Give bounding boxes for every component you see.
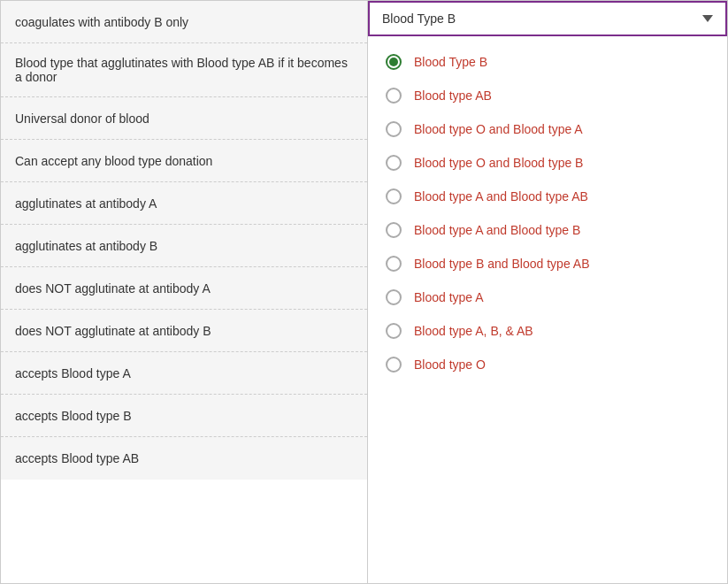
radio-icon [386,54,402,70]
right-panel: Blood Type B Blood Type BBlood type ABBl… [368,1,727,583]
item-accept-any: Can accept any blood type donation [1,140,367,182]
item-agglutinates-a: agglutinates at antibody A [1,182,367,225]
dropdown-header[interactable]: Blood Type B [368,1,727,36]
option-label: Blood type A, B, & AB [414,324,533,338]
radio-icon [386,289,402,305]
item-accepts-b: accepts Blood type B [1,395,367,437]
option-label: Blood type A and Blood type AB [414,189,588,204]
item-accepts-ab: accepts Blood type AB [1,437,367,480]
option-opt-a-b-ab[interactable]: Blood type A, B, & AB [368,314,727,348]
option-opt-b-ab[interactable]: Blood type B and Blood type AB [368,247,727,280]
option-opt-a-ab[interactable]: Blood type A and Blood type AB [368,180,727,213]
radio-icon [386,121,402,137]
option-opt-o[interactable]: Blood type O [368,348,727,381]
left-panel: coagulates with antibody B onlyBlood typ… [1,1,368,583]
option-opt-o-a[interactable]: Blood type O and Blood type A [368,112,727,146]
option-opt-o-b[interactable]: Blood type O and Blood type B [368,146,727,180]
dropdown-arrow-icon [702,15,713,22]
item-not-agglutinate-a: does NOT agglutinate at antibody A [1,267,367,310]
radio-icon [386,222,402,238]
option-opt-b[interactable]: Blood Type B [368,45,727,79]
item-agglutinates-b: agglutinates at antibody B [1,225,367,267]
item-not-agglutinate-b: does NOT agglutinate at antibody B [1,310,367,352]
option-label: Blood Type B [414,55,487,69]
item-coagulates: coagulates with antibody B only [1,1,367,43]
item-accepts-a: accepts Blood type A [1,352,367,395]
item-universal-donor: Universal donor of blood [1,97,367,140]
option-label: Blood type B and Blood type AB [414,257,589,271]
quiz-container: coagulates with antibody B onlyBlood typ… [0,0,728,584]
radio-icon [386,188,402,204]
options-list: Blood Type BBlood type ABBlood type O an… [368,36,727,390]
dropdown-selected-value: Blood Type B [382,12,456,26]
option-label: Blood type A and Blood type B [414,223,580,237]
option-label: Blood type AB [414,88,492,103]
radio-icon [386,88,402,104]
option-opt-a-b[interactable]: Blood type A and Blood type B [368,213,727,247]
option-label: Blood type A [414,290,484,304]
radio-icon [386,155,402,171]
item-agglutinates-ab: Blood type that agglutinates with Blood … [1,43,367,97]
option-label: Blood type O [414,357,486,372]
radio-icon [386,256,402,272]
radio-icon [386,357,402,373]
radio-icon [386,323,402,339]
option-opt-a[interactable]: Blood type A [368,280,727,314]
option-label: Blood type O and Blood type B [414,156,583,170]
option-label: Blood type O and Blood type A [414,122,583,136]
option-opt-ab[interactable]: Blood type AB [368,79,727,112]
